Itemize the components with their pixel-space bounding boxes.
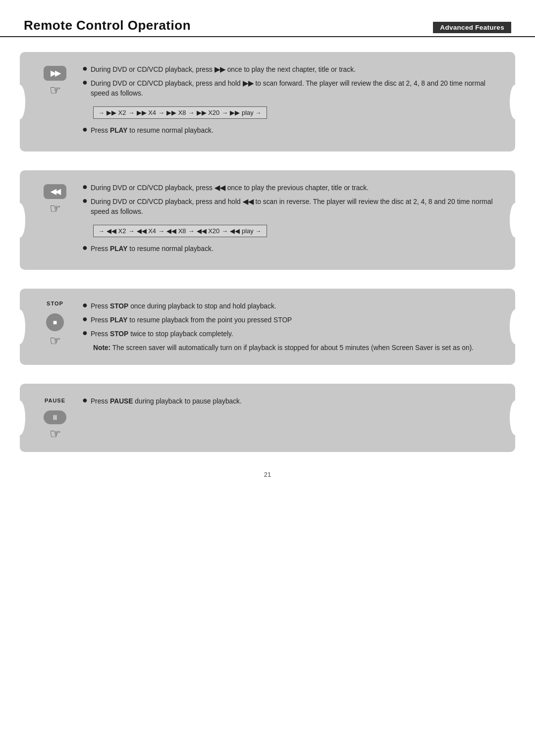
stop-card: STOP ■ ☞ ● Press STOP once during playba… bbox=[20, 289, 515, 365]
stop-label: STOP bbox=[47, 301, 63, 306]
hand-pointer-icon: ☞ bbox=[50, 427, 61, 440]
ff-speed-diagram: → ▶▶ X2 → ▶▶ X4 → ▶▶ X8 → ▶▶ X20 → ▶▶ pl… bbox=[93, 106, 267, 119]
bullet-item: ● Press PLAY to resume normal playback. bbox=[82, 126, 497, 136]
page-title: Remote Control Operation bbox=[24, 18, 191, 33]
pause-label: PAUSE bbox=[45, 398, 65, 403]
page-number: 21 bbox=[0, 471, 535, 488]
content-area: ▶▶ ☞ ● During DVD or CD/VCD playback, pr… bbox=[0, 52, 535, 452]
stop-note: Note: The screen saver will automaticall… bbox=[93, 343, 497, 353]
bullet-item: ● Press PLAY to resume playback from the… bbox=[82, 315, 497, 325]
advanced-features-badge: Advanced Features bbox=[433, 22, 511, 33]
rew-text-col: ● During DVD or CD/VCD playback, press ◀… bbox=[82, 182, 497, 258]
page-header: Remote Control Operation Advanced Featur… bbox=[0, 0, 535, 37]
stop-button[interactable]: ■ bbox=[46, 313, 64, 331]
bullet-item: ● Press STOP once during playback to sto… bbox=[82, 302, 497, 311]
bullet-item: ● During DVD or CD/VCD playback, press a… bbox=[82, 197, 497, 217]
bullet-item: ● During DVD or CD/VCD playback, press a… bbox=[82, 79, 497, 99]
stop-text-col: ● Press STOP once during playback to sto… bbox=[82, 301, 497, 353]
bullet-item: ● During DVD or CD/VCD playback, press ◀… bbox=[82, 183, 497, 193]
stop-button-col: STOP ■ ☞ bbox=[38, 301, 72, 347]
rew-button[interactable]: ◀◀ bbox=[44, 184, 66, 199]
bullet-item: ● Press PAUSE during playback to pause p… bbox=[82, 397, 497, 406]
hand-pointer-icon: ☞ bbox=[50, 334, 61, 347]
bullet-item: ● Press STOP twice to stop playback comp… bbox=[82, 329, 497, 339]
ff-text-col: ● During DVD or CD/VCD playback, press ▶… bbox=[82, 64, 497, 140]
pause-card: PAUSE ⏸ ☞ ● Press PAUSE during playback … bbox=[20, 384, 515, 452]
hand-pointer-icon: ☞ bbox=[50, 202, 61, 215]
ff-button-col: ▶▶ ☞ bbox=[38, 64, 72, 97]
pause-button[interactable]: ⏸ bbox=[44, 410, 66, 424]
pause-button-col: PAUSE ⏸ ☞ bbox=[38, 396, 72, 440]
ff-button[interactable]: ▶▶ bbox=[44, 66, 66, 81]
rewind-card: ◀◀ ☞ ● During DVD or CD/VCD playback, pr… bbox=[20, 170, 515, 270]
rew-button-col: ◀◀ ☞ bbox=[38, 182, 72, 215]
bullet-item: ● Press PLAY to resume normal playback. bbox=[82, 244, 497, 254]
fast-forward-card: ▶▶ ☞ ● During DVD or CD/VCD playback, pr… bbox=[20, 52, 515, 151]
bullet-item: ● During DVD or CD/VCD playback, press ▶… bbox=[82, 65, 497, 75]
rew-speed-diagram: → ◀◀ X2 → ◀◀ X4 → ◀◀ X8 → ◀◀ X20 → ◀◀ pl… bbox=[93, 225, 267, 237]
pause-text-col: ● Press PAUSE during playback to pause p… bbox=[82, 396, 497, 410]
hand-pointer-icon: ☞ bbox=[50, 84, 61, 97]
